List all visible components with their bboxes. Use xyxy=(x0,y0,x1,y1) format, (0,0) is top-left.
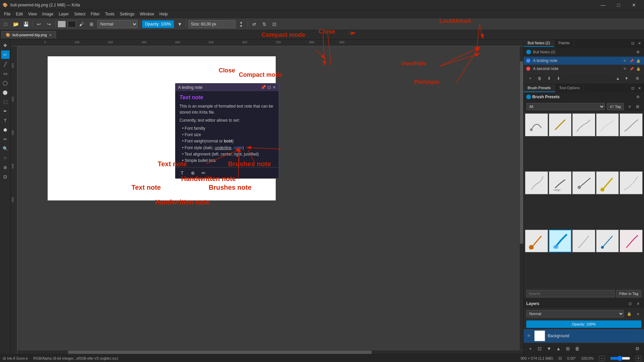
mirror-v-button[interactable]: ⇅ xyxy=(260,20,269,28)
save-file-button[interactable]: 💾 xyxy=(21,20,30,28)
blend-mode-select[interactable]: Normal xyxy=(97,20,138,28)
size-up-button[interactable]: ▲▼ xyxy=(237,20,246,28)
ellipse-tool[interactable]: ◯ xyxy=(1,78,10,87)
opacity-dropdown[interactable]: ▼ xyxy=(175,20,184,28)
color-picker-tool[interactable]: ✒ xyxy=(1,107,10,115)
menu-help[interactable]: Help xyxy=(157,11,170,17)
brush-item-15[interactable] xyxy=(620,230,643,253)
export-note-button[interactable]: ⬇ xyxy=(554,74,562,82)
notes-up-button[interactable]: ▲ xyxy=(614,74,622,82)
layers-float-button[interactable]: ⊡ xyxy=(627,300,633,307)
add-note-button[interactable]: + xyxy=(526,74,534,82)
vertical-scrollbar[interactable] xyxy=(519,46,523,350)
menu-edit[interactable]: Edit xyxy=(13,11,25,17)
delete-note-button[interactable]: 🗑 xyxy=(536,74,544,82)
add-layer-button[interactable]: + xyxy=(526,345,534,353)
layer-blend-mode-select[interactable]: Normal xyxy=(526,310,624,317)
brush-item-12[interactable] xyxy=(549,230,572,253)
transform-tool[interactable]: ✥ xyxy=(1,41,10,50)
note-text-mode-button[interactable]: T xyxy=(178,169,186,177)
import-note-button[interactable]: ⬆ xyxy=(545,74,553,82)
menu-tools[interactable]: Tools xyxy=(102,11,117,17)
note-view-btn-1[interactable]: 👁 xyxy=(622,58,628,64)
brush-item-6[interactable] xyxy=(525,171,548,194)
assistant-tool[interactable]: ⊘ xyxy=(1,163,10,172)
layer-item-background[interactable]: 👁 Background ⋯ xyxy=(524,329,644,343)
open-file-button[interactable]: 📂 xyxy=(11,20,20,28)
wrap-button[interactable]: ⊡ xyxy=(270,20,279,28)
layer-settings-button[interactable]: ⚙ xyxy=(633,345,641,353)
gradient-tool[interactable]: ⬚ xyxy=(1,97,10,106)
brush-settings-button[interactable]: ⚙ xyxy=(635,94,641,100)
crop-tool[interactable]: ✂ xyxy=(1,135,10,143)
menu-view[interactable]: View xyxy=(25,11,40,17)
menu-filter[interactable]: Filter xyxy=(88,11,103,17)
brush-item-3[interactable] xyxy=(572,113,595,136)
fit-canvas-button[interactable]: ⊡ xyxy=(558,356,562,361)
minimize-button[interactable]: — xyxy=(596,0,610,10)
menu-window[interactable]: Window xyxy=(137,11,157,17)
brush-item-9[interactable] xyxy=(596,171,619,194)
layer-options-button[interactable]: ⋯ xyxy=(635,333,641,339)
buli-settings-button[interactable]: ⚙ xyxy=(635,49,641,55)
filter-in-tag-button[interactable]: Filter in Tag xyxy=(616,290,641,297)
zoom-in-button[interactable]: + xyxy=(636,356,641,361)
menu-layer[interactable]: Layer xyxy=(56,11,71,17)
delete-layer-button[interactable]: 🗑 xyxy=(573,345,581,353)
freehand-brush-tool[interactable]: ✏ xyxy=(1,50,10,59)
brush-tag-button[interactable]: 🏷 Tag xyxy=(607,103,624,110)
zoom-out-button[interactable]: − xyxy=(599,356,605,361)
note-item-1[interactable]: A testing note 👁 📌 🔒 xyxy=(524,57,644,65)
foreground-color[interactable] xyxy=(58,21,66,27)
rectangle-tool[interactable]: ▭ xyxy=(1,69,10,78)
brush-category-select[interactable]: All xyxy=(526,103,605,110)
zoom-slider[interactable] xyxy=(610,356,630,361)
note-close-button[interactable]: ✕ xyxy=(272,85,276,90)
brush-item-7[interactable]: calign xyxy=(549,171,572,194)
fill-tool[interactable]: ⬤ xyxy=(1,88,10,97)
brush-close-panel-button[interactable]: ✕ xyxy=(636,85,643,92)
layer-alpha-lock-button[interactable]: 🔒 xyxy=(626,310,633,317)
text-tool[interactable]: T xyxy=(1,116,10,125)
note-view-btn-2[interactable]: 👁 xyxy=(622,66,628,72)
note-lock-btn-2[interactable]: 🔒 xyxy=(635,66,641,72)
brush-float-button[interactable]: ⊡ xyxy=(629,85,636,92)
line-tool[interactable]: ╱ xyxy=(1,60,10,68)
mirror-h-button[interactable]: ⇄ xyxy=(250,20,259,28)
brush-item-11[interactable] xyxy=(525,230,548,253)
close-window-button[interactable]: ✕ xyxy=(627,0,641,10)
brush-list-view-button[interactable]: ≡ xyxy=(626,103,633,110)
measure-tool[interactable]: ⊡ xyxy=(1,172,10,181)
layer-inherit-alpha-button[interactable]: α xyxy=(635,310,641,317)
menu-settings[interactable]: Settings xyxy=(117,11,137,17)
brush-item-13[interactable] xyxy=(572,230,595,253)
new-file-button[interactable]: □ xyxy=(1,20,10,28)
selection-tool[interactable]: ⬟ xyxy=(1,125,10,134)
note-item-2[interactable]: A second note 👁 📌 🔒 xyxy=(524,65,644,73)
notes-options-button[interactable]: ⚙ xyxy=(633,74,641,82)
brush-presets-tab[interactable]: Brush Presets xyxy=(524,84,555,92)
merge-layers-button[interactable]: ⊞ xyxy=(564,345,572,353)
layer-up-button[interactable]: ▲ xyxy=(554,345,562,353)
canvas-area[interactable]: 0 100 200 300 400 500 600 700 800 900 10… xyxy=(11,40,523,354)
undo-button[interactable]: ↩ xyxy=(35,20,43,28)
layers-opacity-bar[interactable]: Opacity: 100% xyxy=(526,320,641,328)
tool-options-tab[interactable]: Tool Options xyxy=(555,84,584,92)
brush-item-5[interactable] xyxy=(620,113,643,136)
note-color-button[interactable]: ⊕ xyxy=(189,169,197,177)
menu-image[interactable]: Image xyxy=(40,11,56,17)
palette-tab[interactable]: Palette xyxy=(554,40,574,47)
opacity-button[interactable]: Opacity: 100% xyxy=(142,20,174,28)
note-compact-button[interactable]: ⊡ xyxy=(267,85,271,90)
buli-float-button[interactable]: ⊡ xyxy=(629,40,636,47)
buli-close-panel-button[interactable]: ✕ xyxy=(636,40,643,47)
brush-item-8[interactable] xyxy=(572,171,595,194)
grid-button[interactable]: ⊞ xyxy=(87,20,96,28)
layers-close-button[interactable]: ✕ xyxy=(635,300,641,307)
note-pin-btn-1[interactable]: 📌 xyxy=(629,58,635,64)
note-pin-btn-2[interactable]: 📌 xyxy=(629,66,635,72)
brush-search-input[interactable] xyxy=(526,290,615,297)
brush-item-2[interactable] xyxy=(549,113,572,136)
pan-tool[interactable]: ☞ xyxy=(1,154,10,162)
horizontal-scrollbar[interactable] xyxy=(17,350,523,354)
